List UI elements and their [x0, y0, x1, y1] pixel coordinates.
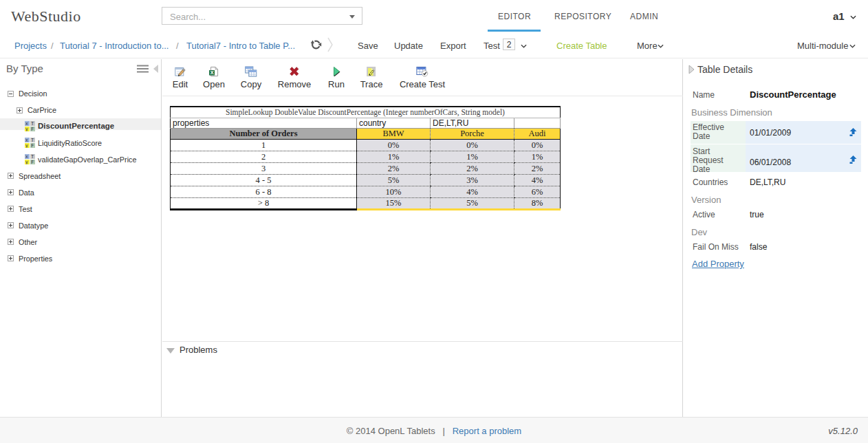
- svg-text:X: X: [210, 69, 214, 76]
